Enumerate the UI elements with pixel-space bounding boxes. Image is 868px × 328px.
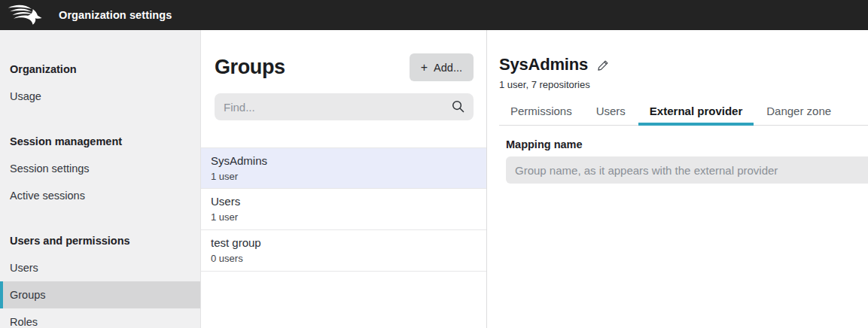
sidebar-item-users[interactable]: Users bbox=[0, 254, 200, 281]
tab-users[interactable]: Users bbox=[585, 101, 637, 125]
sidebar-section-session-management: Session management Session settings Acti… bbox=[0, 128, 200, 209]
group-row-users[interactable]: Users 1 user bbox=[201, 189, 486, 230]
groups-panel: Groups + Add... SysAdmins 1 user Users 1… bbox=[201, 30, 487, 328]
sidebar-item-usage[interactable]: Usage bbox=[0, 83, 200, 110]
group-detail-title: SysAdmins bbox=[499, 55, 588, 74]
group-name: test group bbox=[211, 236, 473, 249]
sidebar-section-users-permissions: Users and permissions Users Groups Roles bbox=[0, 227, 200, 328]
sidebar-header-users-permissions: Users and permissions bbox=[0, 227, 200, 254]
tab-permissions[interactable]: Permissions bbox=[499, 101, 583, 125]
add-group-button[interactable]: + Add... bbox=[410, 53, 474, 81]
group-name: SysAdmins bbox=[211, 154, 473, 167]
crowdstrike-falcon-logo[interactable] bbox=[8, 3, 44, 27]
external-provider-form: Mapping name bbox=[499, 138, 868, 184]
tab-external-provider[interactable]: External provider bbox=[638, 101, 754, 125]
mapping-name-label: Mapping name bbox=[506, 138, 868, 150]
group-row-test-group[interactable]: test group 0 users bbox=[201, 230, 486, 272]
group-detail-panel: SysAdmins 1 user, 7 repositories Permiss… bbox=[487, 30, 868, 328]
group-name: Users bbox=[211, 195, 473, 208]
group-list: SysAdmins 1 user Users 1 user test group… bbox=[201, 147, 486, 272]
group-row-sysadmins[interactable]: SysAdmins 1 user bbox=[201, 147, 486, 189]
add-group-button-label: Add... bbox=[434, 62, 462, 74]
group-meta: 1 user bbox=[211, 211, 473, 223]
sidebar-item-groups[interactable]: Groups bbox=[0, 281, 200, 308]
sidebar-header-session-management: Session management bbox=[0, 128, 200, 155]
tab-danger-zone[interactable]: Danger zone bbox=[755, 101, 842, 125]
group-meta: 0 users bbox=[211, 253, 473, 264]
sidebar: Organization Usage Session management Se… bbox=[0, 30, 201, 328]
page-title: Organization settings bbox=[59, 9, 172, 21]
group-meta: 1 user bbox=[211, 171, 473, 182]
sidebar-item-active-sessions[interactable]: Active sessions bbox=[0, 182, 200, 209]
mapping-name-input[interactable] bbox=[506, 156, 868, 184]
groups-panel-title: Groups bbox=[215, 56, 285, 79]
plus-icon: + bbox=[421, 62, 428, 74]
topbar: Organization settings bbox=[0, 0, 868, 30]
group-detail-subtitle: 1 user, 7 repositories bbox=[499, 79, 868, 90]
group-search bbox=[215, 93, 474, 120]
search-icon bbox=[451, 99, 465, 114]
sidebar-header-organization: Organization bbox=[0, 56, 200, 83]
sidebar-item-session-settings[interactable]: Session settings bbox=[0, 155, 200, 182]
detail-tabs: Permissions Users External provider Dang… bbox=[499, 101, 868, 126]
sidebar-item-roles[interactable]: Roles bbox=[0, 308, 200, 328]
sidebar-section-organization: Organization Usage bbox=[0, 56, 200, 110]
group-search-input[interactable] bbox=[215, 93, 474, 120]
edit-pencil-icon[interactable] bbox=[597, 59, 609, 71]
